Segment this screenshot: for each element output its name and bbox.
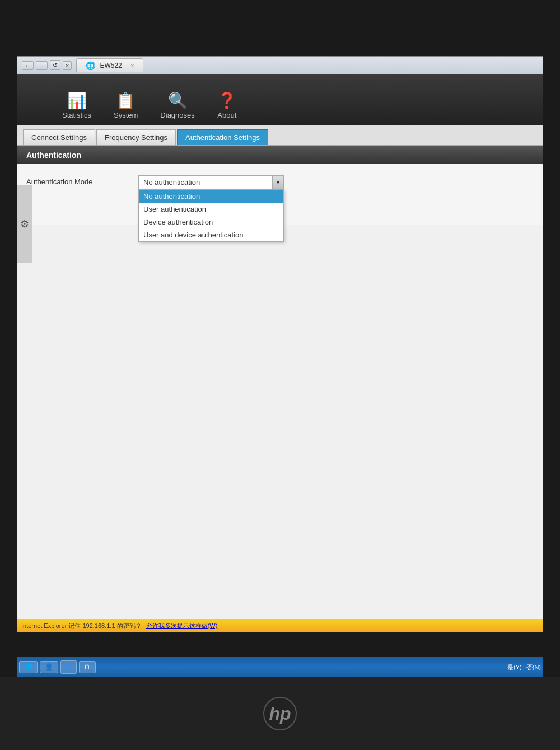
dropdown-option-userdevice[interactable]: User and device authentication bbox=[139, 229, 283, 241]
browser-tab[interactable]: 🌐 EW522 × bbox=[76, 58, 143, 72]
gear-icon: ⚙ bbox=[20, 218, 29, 230]
browser-controls: ← → ↺ × bbox=[22, 60, 72, 70]
tab-frequency-settings[interactable]: Frequency Settings bbox=[96, 129, 176, 145]
select-current-value: No authentication bbox=[143, 178, 279, 187]
section-body: Authentication Mode No authentication ▼ bbox=[17, 164, 543, 225]
nav-label-diagnoses: Diagnoses bbox=[160, 111, 194, 119]
nav-label-statistics: Statistics bbox=[62, 111, 91, 119]
tab-title: EW522 bbox=[100, 62, 122, 69]
diagnoses-icon: 🔍 bbox=[168, 93, 188, 109]
tab-authentication-settings[interactable]: Authentication Settings bbox=[177, 129, 268, 145]
taskbar-yes[interactable]: 是(Y) bbox=[507, 663, 522, 672]
tab-connect-settings[interactable]: Connect Settings bbox=[23, 129, 95, 145]
taskbar-ie-button[interactable]: 🌐 bbox=[19, 661, 38, 673]
taskbar-google-button[interactable]: G bbox=[60, 660, 77, 674]
section-title: Authentication bbox=[26, 151, 81, 160]
dropdown-option-none[interactable]: No authentication bbox=[139, 190, 283, 203]
tab-icon: 🌐 bbox=[86, 61, 95, 70]
nav-item-diagnoses[interactable]: 🔍 Diagnoses bbox=[149, 87, 206, 125]
refresh-button[interactable]: ↺ bbox=[50, 60, 60, 70]
taskbar-extra-button[interactable]: 🗋 bbox=[79, 661, 96, 673]
nav-label-system: System bbox=[114, 111, 138, 119]
laptop-bottom: hp bbox=[0, 677, 560, 750]
ie-icon: 🌐 bbox=[24, 663, 32, 671]
auth-mode-select[interactable]: No authentication ▼ bbox=[138, 175, 284, 189]
field-label-auth-mode: Authentication Mode bbox=[26, 175, 138, 186]
ie-statusbar: Internet Explorer 记住 192.168.1.1 的密码？ 允许… bbox=[17, 619, 543, 632]
taskbar-user-button[interactable]: 👤 bbox=[40, 661, 58, 673]
tab-close-button[interactable]: × bbox=[131, 63, 134, 69]
tabs-bar: Connect Settings Frequency Settings Auth… bbox=[17, 125, 543, 146]
google-icon: G bbox=[66, 663, 72, 672]
statusbar-link[interactable]: 允许我多次提示这样做(W) bbox=[146, 622, 218, 630]
nav-item-about[interactable]: ❓ About bbox=[206, 87, 248, 125]
select-arrow-icon[interactable]: ▼ bbox=[272, 176, 283, 189]
left-sidebar-panel: ⚙ bbox=[17, 185, 32, 263]
nav-label-about: About bbox=[217, 111, 236, 119]
extra-icon: 🗋 bbox=[84, 663, 91, 671]
auth-mode-dropdown-list: No authentication User authentication De… bbox=[138, 189, 284, 242]
taskbar-no[interactable]: 否(N) bbox=[526, 663, 541, 672]
dropdown-option-user[interactable]: User authentication bbox=[139, 203, 283, 216]
taskbar-right: 是(Y) 否(N) bbox=[507, 663, 541, 672]
statistics-icon: 📊 bbox=[67, 93, 87, 109]
auth-mode-control: No authentication ▼ No authentication Us… bbox=[138, 175, 534, 189]
nav-item-statistics[interactable]: 📊 Statistics bbox=[51, 87, 102, 125]
system-icon: 📋 bbox=[116, 93, 136, 109]
close-button[interactable]: × bbox=[63, 61, 72, 70]
browser-content: 📊 Statistics 📋 System 🔍 Diagnoses ❓ Abou… bbox=[17, 74, 543, 632]
statusbar-text: Internet Explorer 记住 192.168.1.1 的密码？ bbox=[21, 622, 142, 630]
authentication-mode-row: Authentication Mode No authentication ▼ bbox=[26, 175, 534, 189]
section-header: Authentication bbox=[17, 146, 543, 164]
dropdown-option-device[interactable]: Device authentication bbox=[139, 216, 283, 229]
back-button[interactable]: ← bbox=[22, 61, 34, 70]
hp-logo: hp bbox=[263, 697, 297, 730]
browser-titlebar: ← → ↺ × 🌐 EW522 × bbox=[17, 57, 543, 74]
about-icon: ❓ bbox=[217, 93, 237, 109]
browser-window: ← → ↺ × 🌐 EW522 × 📊 Statistics 📋 bbox=[17, 56, 543, 632]
user-icon: 👤 bbox=[45, 663, 53, 671]
taskbar: 🌐 👤 G 🗋 是(Y) 否(N) bbox=[17, 657, 543, 677]
content-panel: Authentication Authentication Mode No au… bbox=[17, 146, 543, 225]
webapp-nav: 📊 Statistics 📋 System 🔍 Diagnoses ❓ Abou… bbox=[17, 74, 543, 125]
forward-button[interactable]: → bbox=[36, 61, 48, 70]
nav-item-system[interactable]: 📋 System bbox=[102, 87, 149, 125]
laptop-shell: ← → ↺ × 🌐 EW522 × 📊 Statistics 📋 bbox=[0, 0, 560, 750]
